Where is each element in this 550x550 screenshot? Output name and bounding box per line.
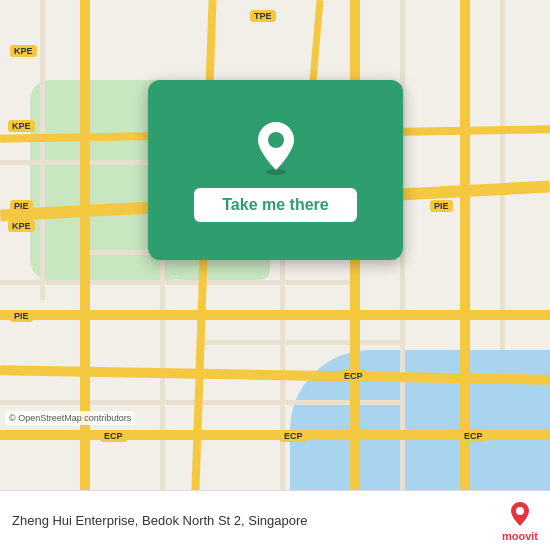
- moovit-brand-text: moovit: [502, 530, 538, 542]
- pie-label-2: PIE: [10, 310, 33, 322]
- moovit-pin-icon: [506, 500, 534, 528]
- location-pin-icon: [252, 120, 300, 175]
- copyright-notice: © OpenStreetMap contributors: [5, 411, 135, 425]
- map-container: KPE KPE KPE PIE PIE PIE TPE ECP ECP ECP …: [0, 0, 550, 490]
- ecp-label-1: ECP: [340, 370, 367, 382]
- kpe-label-1: KPE: [10, 45, 37, 57]
- location-text: Zheng Hui Enterprise, Bedok North St 2, …: [12, 513, 492, 528]
- footer-bar: Zheng Hui Enterprise, Bedok North St 2, …: [0, 490, 550, 550]
- tpe-label-1: TPE: [250, 10, 276, 22]
- svg-point-1: [268, 132, 284, 148]
- kpe-label-3: KPE: [8, 220, 35, 232]
- ecp-label-4: ECP: [460, 430, 487, 442]
- ecp-label-2: ECP: [100, 430, 127, 442]
- ecp-label-3: ECP: [280, 430, 307, 442]
- pie-label-1: PIE: [10, 200, 33, 212]
- location-card: Take me there: [148, 80, 403, 260]
- take-me-there-button[interactable]: Take me there: [194, 188, 356, 222]
- pie-label-3: PIE: [430, 200, 453, 212]
- pin-wrapper: [251, 118, 301, 176]
- moovit-logo: moovit: [502, 500, 538, 542]
- svg-point-2: [516, 507, 524, 515]
- kpe-label-2: KPE: [8, 120, 35, 132]
- road-vertical-4: [460, 0, 470, 490]
